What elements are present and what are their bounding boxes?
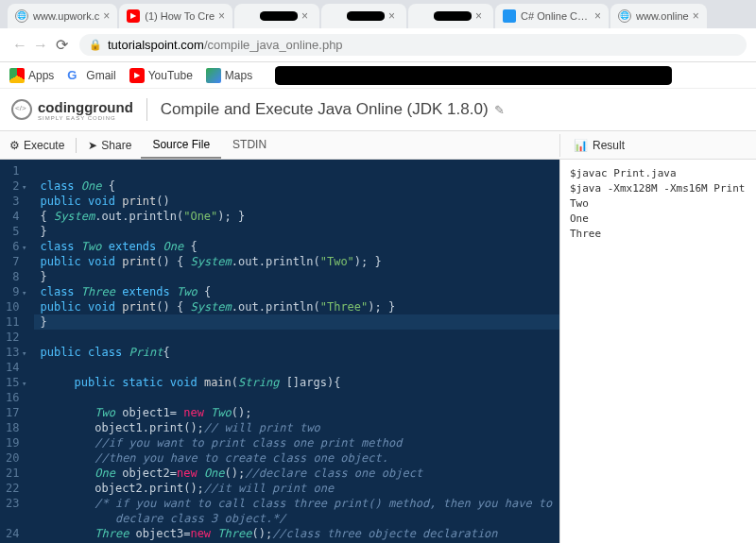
bookmark-label: Apps <box>28 69 54 82</box>
url-input[interactable]: 🔒 tutorialspoint.com/compile_java_online… <box>79 34 747 56</box>
code-line[interactable]: object1.print();// will print two <box>40 420 554 435</box>
line-number: 12 <box>6 330 26 345</box>
code-line[interactable]: object2.print();//it will print one <box>40 481 554 496</box>
code-line[interactable]: declare class 3 object.*/ <box>40 511 554 526</box>
browser-tab[interactable]: × <box>408 4 493 28</box>
line-number: 23 <box>6 496 26 511</box>
line-number: 19 <box>6 435 26 450</box>
close-icon[interactable]: × <box>594 9 601 23</box>
browser-tab[interactable]: × <box>321 4 406 28</box>
line-number: 15 ▾ <box>6 375 26 390</box>
line-number: 10 <box>6 299 26 314</box>
close-icon[interactable]: × <box>301 9 308 23</box>
code-line[interactable]: /* if you want to call class three print… <box>40 496 554 511</box>
close-icon[interactable]: × <box>388 9 395 23</box>
logo-subtext: SIMPLY EASY CODING <box>38 115 133 121</box>
result-header: 📊Result <box>559 134 756 157</box>
bookmark-item[interactable]: Apps <box>9 68 54 83</box>
bookmark-label: Gmail <box>86 69 115 82</box>
code-line[interactable] <box>40 360 554 375</box>
code-line[interactable]: One object2=new One();//declare class on… <box>40 466 554 481</box>
logo[interactable]: codingground SIMPLY EASY CODING <box>11 99 133 121</box>
youtube-icon: ▶ <box>129 68 145 83</box>
toolbar: ⚙Execute ➤Share Source File STDIN 📊Resul… <box>0 131 756 160</box>
bookmark-item[interactable]: GGmail <box>67 68 115 83</box>
close-icon[interactable]: × <box>693 9 699 23</box>
tab-source-file[interactable]: Source File <box>141 132 221 159</box>
result-panel: $javac Print.java$java -Xmx128M -Xms16M … <box>559 160 756 543</box>
line-number: 9 ▾ <box>6 284 26 299</box>
fold-icon[interactable]: ▾ <box>19 376 26 391</box>
fold-icon[interactable]: ▾ <box>19 240 26 255</box>
code-line[interactable]: //then you have to create class one obje… <box>40 450 554 466</box>
edit-icon[interactable]: ✎ <box>494 103 505 117</box>
close-icon[interactable]: × <box>475 9 482 23</box>
browser-tab[interactable]: 🌐www.online× <box>610 4 707 28</box>
code-line[interactable]: //if you want to print class one print m… <box>40 435 554 450</box>
code-line[interactable]: class Three extends Two { <box>40 284 554 299</box>
code-area[interactable]: class One {public void print(){ System.o… <box>34 160 559 543</box>
line-number: 7 <box>6 254 26 269</box>
fold-icon[interactable]: ▾ <box>19 346 26 361</box>
line-gutter: 1 2 ▾3 4 5 6 ▾7 8 9 ▾10 11 12 13 ▾14 15 … <box>0 160 34 543</box>
logo-text: codingground <box>38 99 133 115</box>
code-line[interactable]: public void print() { System.out.println… <box>40 254 554 269</box>
bar-chart-icon: 📊 <box>574 139 588 152</box>
browser-tabstrip: 🌐www.upwork.c×▶(1) How To Cre××××C# Onli… <box>0 0 756 28</box>
code-line[interactable]: } <box>34 314 559 330</box>
code-line[interactable]: { System.out.println("One"); } <box>40 209 554 224</box>
bookmark-item[interactable]: Maps <box>206 68 252 83</box>
line-number: 22 <box>6 481 26 496</box>
code-editor[interactable]: 1 2 ▾3 4 5 6 ▾7 8 9 ▾10 11 12 13 ▾14 15 … <box>0 160 559 543</box>
code-line[interactable]: public void print() <box>40 194 554 209</box>
code-line[interactable] <box>40 163 554 178</box>
execute-button[interactable]: ⚙Execute <box>0 134 74 157</box>
forward-button[interactable]: → <box>30 37 51 54</box>
line-number: 8 <box>6 269 26 284</box>
share-icon: ➤ <box>88 139 97 152</box>
code-line[interactable]: class One { <box>40 178 554 194</box>
bookmark-item[interactable]: ▶YouTube <box>129 68 193 83</box>
close-icon[interactable]: × <box>103 9 110 23</box>
reload-button[interactable]: ⟳ <box>51 36 72 54</box>
result-line: $java -Xmx128M -Xms16M Print <box>570 182 747 195</box>
code-line[interactable] <box>40 390 554 405</box>
lock-icon: 🔒 <box>89 39 102 51</box>
google-icon: G <box>67 68 82 83</box>
gears-icon: ⚙ <box>9 139 20 152</box>
fold-icon[interactable]: ▾ <box>19 179 26 195</box>
line-number: 17 <box>6 405 26 420</box>
fold-icon[interactable]: ▾ <box>19 285 26 300</box>
code-line[interactable]: } <box>40 224 554 239</box>
result-line: $javac Print.java <box>570 167 747 179</box>
bookmarks-bar: AppsGGmail▶YouTubeMaps <box>0 62 756 89</box>
line-number: 2 ▾ <box>6 178 26 194</box>
close-icon[interactable]: × <box>218 9 225 23</box>
browser-tab[interactable]: 🌐www.upwork.c× <box>8 4 117 28</box>
code-line[interactable]: class Two extends One { <box>40 239 554 254</box>
bookmark-label: Maps <box>225 69 252 82</box>
maps-icon <box>206 68 221 83</box>
share-button[interactable]: ➤Share <box>78 134 141 157</box>
result-line: Three <box>570 228 747 240</box>
code-line[interactable]: Two object1= new Two(); <box>40 405 554 420</box>
line-number: 5 <box>6 224 26 239</box>
line-number: 24 <box>6 526 26 541</box>
code-line[interactable]: public class Print{ <box>40 345 554 360</box>
code-line[interactable]: } <box>40 269 554 284</box>
line-number: 3 <box>6 194 26 209</box>
code-line[interactable]: public static void main(String []args){ <box>40 375 554 390</box>
apps-icon <box>9 68 25 83</box>
tab-stdin[interactable]: STDIN <box>221 132 278 159</box>
code-line[interactable] <box>40 330 554 345</box>
line-number: 11 <box>6 314 26 330</box>
line-number: 16 <box>6 390 26 405</box>
browser-tab[interactable]: ▶(1) How To Cre× <box>119 4 232 28</box>
logo-icon <box>11 99 32 120</box>
page-title: Compile and Execute Java Online (JDK 1.8… <box>161 100 489 119</box>
browser-tab[interactable]: C# Online Com× <box>495 4 609 28</box>
code-line[interactable]: public void print() { System.out.println… <box>40 299 554 314</box>
browser-tab[interactable]: × <box>234 4 319 28</box>
back-button[interactable]: ← <box>9 37 30 54</box>
code-line[interactable]: Three object3=new Three();//class three … <box>40 526 554 541</box>
